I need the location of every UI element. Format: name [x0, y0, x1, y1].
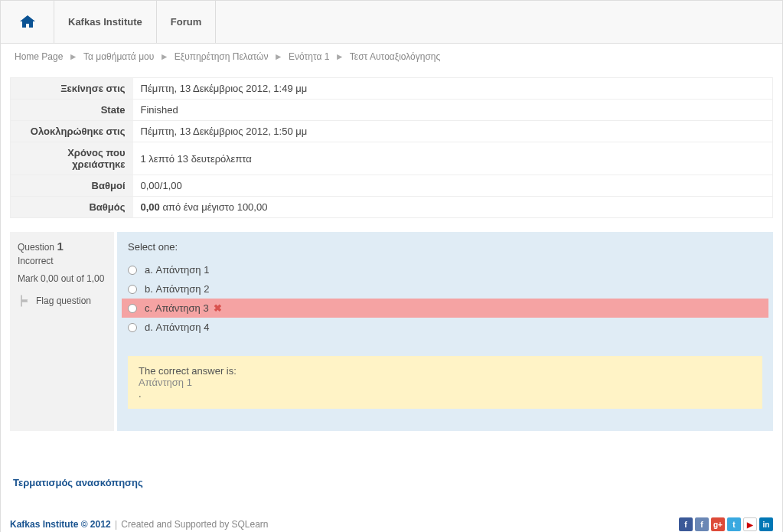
finish-review-link[interactable]: Τερματισμός ανασκόπησης — [13, 477, 773, 488]
answer-option-b[interactable]: b. Απάντηση 2 — [122, 279, 768, 299]
nav-institute[interactable]: Kafkas Institute — [54, 1, 157, 43]
summary-label: Βαθμοί — [11, 175, 133, 197]
flag-icon — [18, 293, 33, 308]
question-number: Question 1 — [18, 240, 106, 253]
footer: Kafkas Institute © 2012 | Created and Su… — [1, 511, 782, 532]
summary-value: Πέμπτη, 13 Δεκέμβριος 2012, 1:49 μμ — [133, 78, 773, 100]
answer-option-c[interactable]: c. Απάντηση 3 ✖ — [122, 299, 768, 318]
facebook-alt-icon[interactable]: f — [695, 517, 709, 531]
breadcrumb-item[interactable]: Τα μαθήματά μου — [83, 51, 154, 62]
radio-icon — [128, 285, 137, 294]
answer-option-d[interactable]: d. Απάντηση 4 — [122, 318, 768, 337]
linkedin-icon[interactable]: in — [759, 517, 773, 531]
footer-text: Kafkas Institute © 2012 | Created and Su… — [10, 519, 269, 530]
table-row: Ξεκίνησε στις Πέμπτη, 13 Δεκέμβριος 2012… — [11, 78, 773, 100]
summary-value: 0,00/1,00 — [133, 175, 773, 197]
summary-value: Finished — [133, 100, 773, 121]
question-prompt: Select one: — [128, 241, 762, 253]
top-navigation: Kafkas Institute Forum — [1, 1, 782, 44]
breadcrumb-item[interactable]: Ενότητα 1 — [289, 51, 329, 62]
feedback-trailing: . — [139, 388, 752, 400]
flag-question-button[interactable]: Flag question — [18, 293, 106, 308]
summary-label: State — [11, 100, 133, 121]
footer-brand[interactable]: Kafkas Institute © 2012 — [10, 519, 111, 530]
attempt-summary-table: Ξεκίνησε στις Πέμπτη, 13 Δεκέμβριος 2012… — [10, 77, 773, 218]
table-row: Βαθμοί 0,00/1,00 — [11, 175, 773, 197]
question-info-panel: Question 1 Incorrect Mark 0,00 out of 1,… — [10, 232, 117, 431]
feedback-panel: The correct answer is: Απάντηση 1 . — [128, 356, 762, 409]
question-body: Select one: a. Απάντηση 1 b. Απάντηση 2 … — [117, 232, 773, 431]
question-block: Question 1 Incorrect Mark 0,00 out of 1,… — [10, 232, 773, 431]
breadcrumb-item[interactable]: Τεστ Αυτοαξιολόγησης — [350, 51, 440, 62]
table-row: Ολοκληρώθηκε στις Πέμπτη, 13 Δεκέμβριος … — [11, 121, 773, 142]
summary-value: 1 λεπτό 13 δευτερόλεπτα — [133, 142, 773, 175]
table-row: State Finished — [11, 100, 773, 121]
radio-icon — [128, 323, 137, 332]
summary-label: Ολοκληρώθηκε στις — [11, 121, 133, 142]
radio-icon — [128, 304, 137, 313]
radio-icon — [128, 266, 137, 275]
table-row: Βαθμός 0,00 από ένα μέγιστο 100,00 — [11, 197, 773, 218]
breadcrumb-separator: ► — [69, 51, 78, 62]
twitter-icon[interactable]: t — [727, 517, 741, 531]
social-icons: f f g+ t ▶ in — [679, 517, 773, 531]
summary-value: 0,00 από ένα μέγιστο 100,00 — [133, 197, 773, 218]
facebook-icon[interactable]: f — [679, 517, 693, 531]
incorrect-x-icon: ✖ — [214, 302, 222, 314]
breadcrumb: Home Page ► Τα μαθήματά μου ► Εξυπηρέτησ… — [1, 44, 782, 70]
feedback-correct-answer: Απάντηση 1 — [139, 377, 752, 388]
youtube-icon[interactable]: ▶ — [743, 517, 757, 531]
answer-option-a[interactable]: a. Απάντηση 1 — [122, 260, 768, 279]
nav-forum[interactable]: Forum — [157, 1, 216, 43]
googleplus-icon[interactable]: g+ — [711, 517, 725, 531]
feedback-label: The correct answer is: — [139, 365, 752, 377]
summary-value: Πέμπτη, 13 Δεκέμβριος 2012, 1:50 μμ — [133, 121, 773, 142]
breadcrumb-item[interactable]: Εξυπηρέτηση Πελατών — [175, 51, 269, 62]
breadcrumb-separator: ► — [160, 51, 169, 62]
summary-label: Βαθμός — [11, 197, 133, 218]
nav-home[interactable] — [1, 1, 54, 43]
summary-label: Χρόνος που χρειάστηκε — [11, 142, 133, 175]
summary-label: Ξεκίνησε στις — [11, 78, 133, 100]
table-row: Χρόνος που χρειάστηκε 1 λεπτό 13 δευτερό… — [11, 142, 773, 175]
breadcrumb-separator: ► — [274, 51, 283, 62]
home-icon — [18, 13, 37, 31]
question-mark: Mark 0,00 out of 1,00 — [18, 273, 106, 286]
question-status: Incorrect — [18, 256, 106, 266]
footer-credit: Created and Supported by SQLearn — [121, 519, 268, 530]
breadcrumb-item[interactable]: Home Page — [15, 51, 63, 62]
breadcrumb-separator: ► — [335, 51, 344, 62]
